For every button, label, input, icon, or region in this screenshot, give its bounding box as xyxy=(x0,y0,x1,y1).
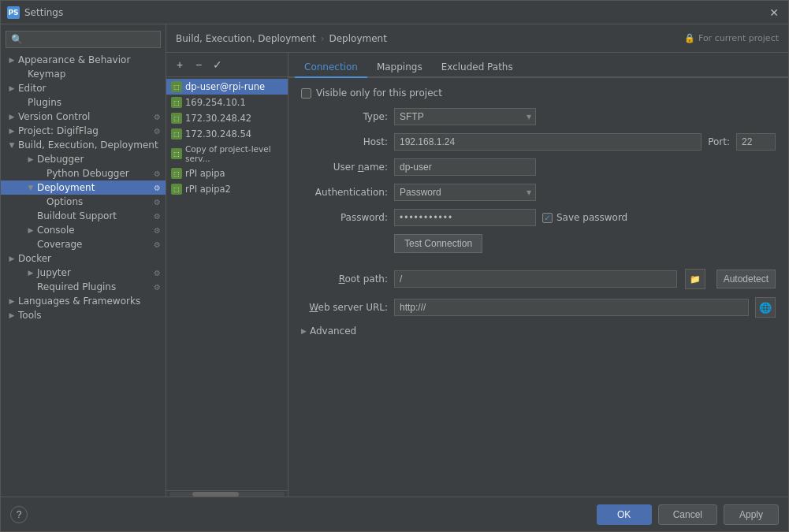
open-browser-button[interactable]: 🌐 xyxy=(755,297,776,318)
sidebar-item-appearance[interactable]: ▶ Appearance & Behavior xyxy=(1,53,166,67)
connection-form: Visible only for this project Type: SFTP… xyxy=(288,78,788,497)
server-icon: ⬚ xyxy=(171,97,182,108)
server-item-label: 172.30.248.42 xyxy=(185,113,251,124)
spacer xyxy=(26,282,35,292)
for-current-project-label: 🔒 For current project xyxy=(684,33,779,43)
password-input[interactable] xyxy=(394,209,536,226)
server-item-label: rPI apipa xyxy=(185,168,225,179)
sidebar-item-console[interactable]: ▶ Console ⚙ xyxy=(1,223,166,237)
sidebar-item-project[interactable]: ▶ Project: DigifFlag ⚙ xyxy=(1,124,166,138)
sidebar-item-debugger[interactable]: ▶ Debugger xyxy=(1,152,166,166)
sidebar-item-label: Python Debugger xyxy=(47,168,129,179)
sidebar-item-version-control[interactable]: ▶ Version Control ⚙ xyxy=(1,110,166,124)
root-path-input[interactable] xyxy=(394,270,677,288)
auth-select-wrapper: Password Key pair OpenSSH config and aut… xyxy=(394,184,536,201)
check-server-button[interactable]: ✓ xyxy=(209,56,226,73)
cancel-button[interactable]: Cancel xyxy=(658,504,717,525)
sidebar-item-languages[interactable]: ▶ Languages & Frameworks xyxy=(1,294,166,308)
sidebar-item-jupyter[interactable]: ▶ Jupyter ⚙ xyxy=(1,266,166,280)
server-item[interactable]: ⬚ dp-user@rpi-rune xyxy=(166,79,288,95)
port-label: Port: xyxy=(708,136,730,147)
remove-server-button[interactable]: − xyxy=(190,56,207,73)
sidebar-item-required-plugins[interactable]: Required Plugins ⚙ xyxy=(1,280,166,294)
web-server-url-label: Web server URL: xyxy=(301,302,388,313)
test-connection-button[interactable]: Test Connection xyxy=(394,234,482,253)
breadcrumb-part-1: Build, Execution, Deployment xyxy=(176,33,316,44)
save-password-row: ✓ Save password xyxy=(542,212,627,223)
username-input[interactable] xyxy=(394,158,536,176)
port-input[interactable] xyxy=(736,133,776,151)
type-select[interactable]: SFTP FTP FTPS Local or mounted folder xyxy=(394,108,536,125)
server-item-label: rPI apipa2 xyxy=(185,184,231,195)
advanced-row[interactable]: ▶ Advanced xyxy=(301,326,776,337)
test-connection-row: Test Connection xyxy=(301,234,776,261)
server-item[interactable]: ⬚ rPI apipa2 xyxy=(166,181,288,197)
server-panel: + − ✓ ⬚ dp-user@rpi-rune ⬚ 169.254.10.1 xyxy=(166,53,788,497)
sidebar-item-label: Plugins xyxy=(28,97,61,108)
right-panel: Build, Execution, Deployment › Deploymen… xyxy=(166,24,788,497)
visible-only-checkbox[interactable] xyxy=(301,88,311,99)
server-item[interactable]: ⬚ Copy of project-level serv... xyxy=(166,142,288,166)
visible-only-row: Visible only for this project xyxy=(301,87,776,99)
app-icon: PS xyxy=(7,6,20,19)
sidebar-item-label: Docker xyxy=(18,253,51,264)
settings-icon: ⚙ xyxy=(154,127,161,136)
sidebar-item-editor[interactable]: ▶ Editor xyxy=(1,81,166,95)
sidebar-item-label: Languages & Frameworks xyxy=(18,296,140,307)
sidebar-item-plugins[interactable]: Plugins xyxy=(1,95,166,110)
server-item-label: Copy of project-level serv... xyxy=(185,144,283,163)
expand-icon: ▶ xyxy=(7,112,17,121)
sidebar-item-label: Debugger xyxy=(37,154,84,165)
breadcrumb: Build, Execution, Deployment › Deploymen… xyxy=(166,24,788,53)
add-server-button[interactable]: + xyxy=(171,56,188,73)
sidebar-item-tools[interactable]: ▶ Tools xyxy=(1,308,166,322)
web-server-url-input[interactable] xyxy=(394,299,749,316)
auth-select[interactable]: Password Key pair OpenSSH config and aut… xyxy=(394,184,536,201)
sidebar-item-python-debugger[interactable]: Python Debugger ⚙ xyxy=(1,166,166,180)
help-button[interactable]: ? xyxy=(10,506,28,523)
spacer xyxy=(35,169,45,178)
host-input[interactable] xyxy=(394,133,702,151)
expand-icon: ▶ xyxy=(7,126,17,136)
settings-icon: ⚙ xyxy=(154,169,161,178)
sidebar-item-options[interactable]: Options ⚙ xyxy=(1,195,166,209)
tab-mappings[interactable]: Mappings xyxy=(367,58,432,78)
main-content: ▶ Appearance & Behavior Keymap ▶ Editor … xyxy=(1,24,788,497)
save-password-checkbox[interactable]: ✓ xyxy=(542,213,553,223)
sidebar-item-keymap[interactable]: Keymap xyxy=(1,67,166,81)
expand-icon: ▶ xyxy=(26,154,35,164)
sidebar-item-docker[interactable]: ▶ Docker xyxy=(1,251,166,266)
sidebar-item-label: Project: DigifFlag xyxy=(18,125,99,136)
settings-icon: ⚙ xyxy=(154,269,161,277)
close-button[interactable]: ✕ xyxy=(766,5,782,20)
sidebar-item-label: Jupyter xyxy=(37,267,71,278)
web-url-row: Web server URL: 🌐 xyxy=(301,297,776,318)
tab-excluded-paths[interactable]: Excluded Paths xyxy=(432,58,523,78)
horizontal-scrollbar[interactable] xyxy=(166,490,288,497)
server-item[interactable]: ⬚ rPI apipa xyxy=(166,166,288,181)
tab-connection[interactable]: Connection xyxy=(295,58,367,78)
sidebar-item-build[interactable]: ▼ Build, Execution, Deployment xyxy=(1,138,166,152)
sidebar: ▶ Appearance & Behavior Keymap ▶ Editor … xyxy=(1,24,166,497)
apply-button[interactable]: Apply xyxy=(724,504,779,525)
sidebar-item-label: Editor xyxy=(18,83,47,94)
settings-icon: ⚙ xyxy=(154,226,161,235)
settings-window: PS Settings ✕ ▶ Appearance & Behavior Ke… xyxy=(0,0,789,532)
sidebar-item-coverage[interactable]: Coverage ⚙ xyxy=(1,237,166,251)
sidebar-item-label: Version Control xyxy=(18,111,90,122)
password-row: Password: ✓ Save password xyxy=(301,209,776,226)
ok-button[interactable]: OK xyxy=(597,504,652,525)
type-select-wrapper: SFTP FTP FTPS Local or mounted folder xyxy=(394,108,536,125)
server-item[interactable]: ⬚ 172.30.248.42 xyxy=(166,110,288,126)
server-item[interactable]: ⬚ 169.254.10.1 xyxy=(166,95,288,110)
search-input[interactable] xyxy=(6,31,161,48)
sidebar-item-buildout[interactable]: Buildout Support ⚙ xyxy=(1,209,166,223)
username-label: User name: xyxy=(301,162,388,173)
server-icon: ⬚ xyxy=(171,113,182,124)
autodetect-button[interactable]: Autodetect xyxy=(716,270,776,288)
settings-icon: ⚙ xyxy=(154,283,161,292)
browse-folder-button[interactable]: 📁 xyxy=(685,269,705,289)
sidebar-item-deployment[interactable]: ▼ Deployment ⚙ xyxy=(1,180,166,195)
server-item[interactable]: ⬚ 172.30.248.54 xyxy=(166,126,288,142)
type-row: Type: SFTP FTP FTPS Local or mounted fol… xyxy=(301,108,776,125)
